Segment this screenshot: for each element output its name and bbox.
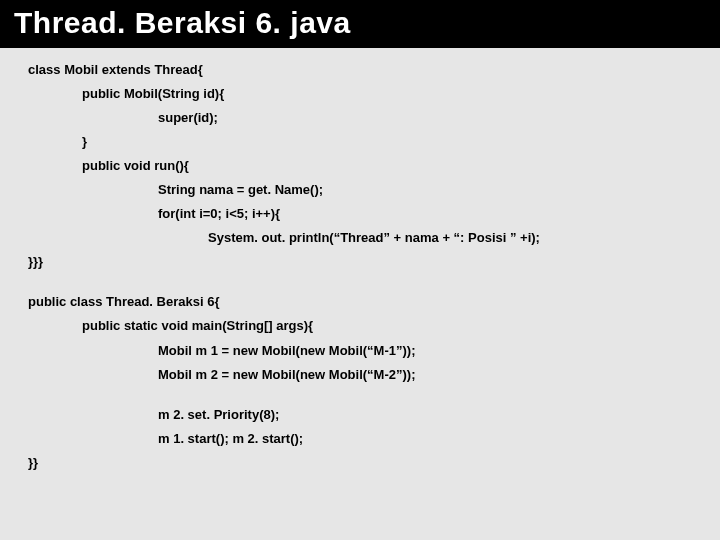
code-line: m 1. start(); m 2. start(); — [28, 427, 692, 451]
code-line: }} — [28, 451, 692, 475]
code-line: }}} — [28, 250, 692, 274]
code-line: Mobil m 1 = new Mobil(new Mobil(“M-1”)); — [28, 339, 692, 363]
slide-title: Thread. Beraksi 6. java — [0, 0, 720, 48]
code-line: System. out. println(“Thread” + nama + “… — [28, 226, 692, 250]
blank-line — [28, 387, 692, 403]
code-line: public Mobil(String id){ — [28, 82, 692, 106]
code-line: String nama = get. Name(); — [28, 178, 692, 202]
blank-line — [28, 274, 692, 290]
code-line: } — [28, 130, 692, 154]
code-line: super(id); — [28, 106, 692, 130]
code-line: public class Thread. Beraksi 6{ — [28, 290, 692, 314]
code-line: public void run(){ — [28, 154, 692, 178]
code-line: Mobil m 2 = new Mobil(new Mobil(“M-2”)); — [28, 363, 692, 387]
code-line: class Mobil extends Thread{ — [28, 58, 692, 82]
code-block: class Mobil extends Thread{ public Mobil… — [0, 48, 720, 475]
code-line: public static void main(String[] args){ — [28, 314, 692, 338]
code-line: m 2. set. Priority(8); — [28, 403, 692, 427]
slide: Thread. Beraksi 6. java class Mobil exte… — [0, 0, 720, 540]
code-line: for(int i=0; i<5; i++){ — [28, 202, 692, 226]
